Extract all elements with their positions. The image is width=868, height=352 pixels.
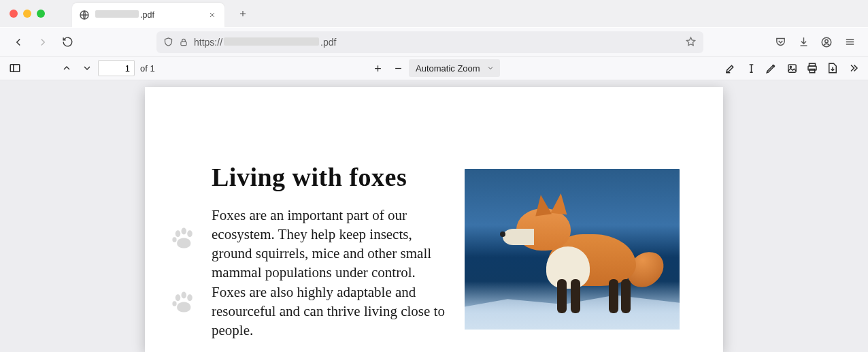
zoom-in-button[interactable] [368, 59, 387, 78]
document-title: Living with foxes [212, 162, 451, 192]
new-tab-button[interactable] [231, 0, 254, 27]
page-count-label: of 1 [136, 63, 159, 74]
svg-point-14 [176, 294, 181, 301]
zoom-out-button[interactable] [388, 59, 407, 78]
maximize-window-button[interactable] [37, 10, 45, 18]
svg-point-17 [172, 301, 176, 306]
prev-page-button[interactable] [57, 59, 76, 78]
window-titlebar: .pdf [0, 0, 868, 27]
window-controls [10, 10, 45, 18]
bookmark-star-icon[interactable] [685, 36, 697, 48]
svg-point-10 [176, 230, 181, 237]
pdf-viewer[interactable]: Living with foxes Foxes are an important… [0, 80, 868, 352]
svg-point-6 [790, 66, 791, 67]
more-tools-button[interactable] [844, 59, 863, 78]
svg-point-16 [187, 294, 193, 301]
pdf-page: Living with foxes Foxes are an important… [145, 87, 723, 352]
text-tool-button[interactable] [741, 59, 761, 78]
print-button[interactable] [803, 59, 822, 78]
lock-icon [179, 37, 188, 47]
page-number-input[interactable] [98, 60, 135, 76]
url-text: https://.pdf [194, 37, 336, 48]
zoom-select[interactable]: Automatic Zoom [409, 59, 500, 77]
document-paragraph: Foxes are an important part of our ecosy… [212, 206, 451, 340]
download-pdf-button[interactable] [823, 59, 842, 78]
decorative-paw-column [168, 162, 198, 317]
pocket-icon[interactable] [770, 32, 790, 52]
app-menu-icon[interactable] [839, 32, 860, 52]
address-bar[interactable]: https://.pdf [156, 31, 703, 53]
svg-point-3 [825, 39, 829, 43]
browser-tab[interactable]: .pdf [72, 3, 224, 27]
reload-button[interactable] [57, 32, 78, 52]
svg-point-15 [182, 292, 187, 299]
url-scheme: https:// [194, 37, 222, 48]
sidebar-toggle-button[interactable] [5, 59, 24, 78]
tab-title-suffix: .pdf [140, 10, 154, 20]
zoom-select-label: Automatic Zoom [416, 63, 480, 74]
svg-point-13 [172, 237, 176, 242]
highlight-tool-button[interactable] [721, 59, 740, 78]
tab-title-redacted [95, 10, 139, 18]
downloads-icon[interactable] [793, 32, 814, 52]
svg-point-12 [187, 230, 193, 237]
chevron-down-icon [486, 64, 495, 72]
url-suffix: .pdf [320, 37, 336, 48]
paw-print-icon [169, 290, 197, 317]
back-button[interactable] [8, 32, 29, 52]
tab-title: .pdf [95, 10, 201, 20]
svg-rect-1 [181, 42, 186, 45]
paw-print-icon [169, 226, 197, 253]
fox-photo [465, 169, 680, 330]
close-window-button[interactable] [10, 10, 18, 18]
url-host-redacted [224, 37, 319, 46]
svg-rect-5 [788, 64, 795, 71]
shield-icon [163, 37, 173, 47]
account-icon[interactable] [816, 32, 837, 52]
image-tool-button[interactable] [782, 59, 801, 78]
svg-point-11 [182, 228, 187, 235]
draw-tool-button[interactable] [762, 59, 781, 78]
svg-rect-4 [10, 65, 20, 72]
globe-icon [79, 10, 90, 20]
minimize-window-button[interactable] [23, 10, 31, 18]
browser-toolbar: https://.pdf [0, 27, 868, 56]
pdf-toolbar: of 1 Automatic Zoom [0, 56, 868, 80]
next-page-button[interactable] [78, 59, 97, 78]
tab-close-button[interactable] [207, 10, 218, 20]
forward-button[interactable] [33, 32, 53, 52]
